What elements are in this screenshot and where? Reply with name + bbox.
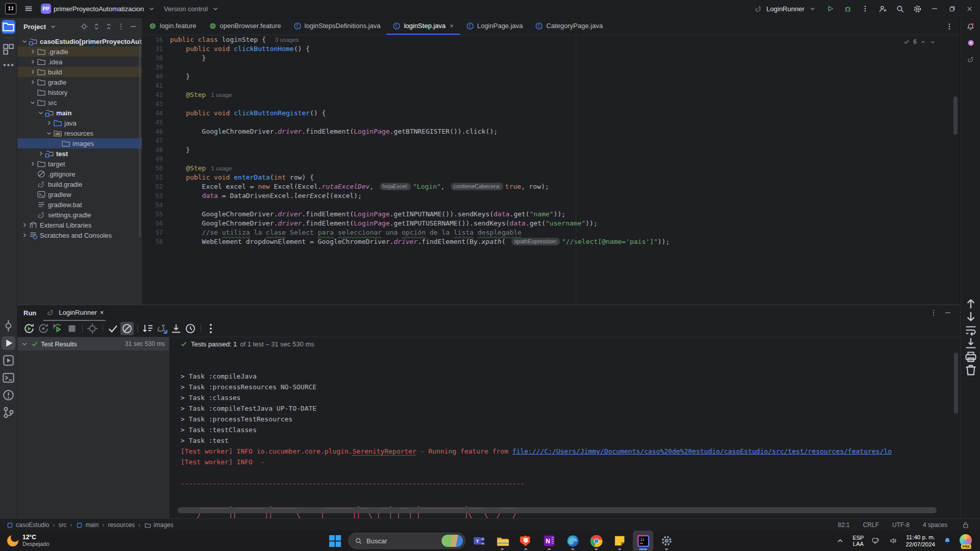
tree-item-gradlew[interactable]: gradlew [17,189,142,199]
version-control-tool-icon[interactable] [2,406,15,419]
chevron-right-icon[interactable] [29,47,37,56]
code-line-45[interactable]: 45 [142,118,960,127]
tray-expand-icon[interactable] [835,536,845,546]
code-line-44[interactable]: 44 public void clickButtonRegister() { [142,109,960,118]
more-tool-icon[interactable] [2,58,15,72]
notification-bell-icon[interactable] [942,536,952,546]
tab-login.feature[interactable]: login.feature [142,18,203,35]
close-tab-icon[interactable]: × [450,22,454,30]
code-line-46[interactable]: 46 GoogleChromeDriver.driver.findElement… [142,127,960,136]
gradle-tool-icon[interactable] [963,52,978,67]
taskbar-app-sticky[interactable] [609,531,630,551]
taskbar-app-brave[interactable] [516,531,536,551]
taskbar-search[interactable]: Buscar [348,533,465,549]
chevron-down-icon[interactable] [20,37,29,45]
code-line-16[interactable]: 16public class loginStep { 3 usages [142,35,960,44]
search-everywhere-icon[interactable] [892,2,908,16]
locate-file-icon[interactable] [79,21,90,32]
tree-item-.idea[interactable]: .idea [17,57,142,67]
kebab-icon[interactable] [204,322,217,335]
status-item[interactable]: 82:1 [838,521,849,529]
tree-item-.gradle[interactable]: .gradle [17,46,142,57]
run-console[interactable]: Tests passed: 1 of 1 test – 31 sec 530 m… [169,337,960,518]
rerun-icon[interactable] [22,322,36,335]
breadcrumb-main[interactable]: main [76,521,99,529]
taskbar-app-teams[interactable]: T [469,531,489,551]
tab-LoginPage.java[interactable]: CLoginPage.java [460,18,529,35]
status-item[interactable]: CRLF [863,521,879,529]
start-button[interactable] [325,531,345,551]
chevron-down-icon[interactable] [45,129,53,137]
taskbar-app-onenote[interactable]: N [539,531,559,551]
chevron-down-icon[interactable] [37,109,45,117]
hide-panel-icon[interactable] [943,308,953,318]
tree-item-casoEstudio[interactable]: casoEstudio [primerProyectoAutomatiza [17,36,142,46]
run-tool-icon[interactable] [2,336,15,350]
run-configuration-selector[interactable]: LoginRunner [753,4,818,14]
tab-CategoryPage.java[interactable]: CCategoryPage.java [529,18,609,35]
breadcrumb-casoEstudio[interactable]: casoEstudio [6,521,49,529]
tree-item-resources[interactable]: resources [17,128,142,138]
more-options-icon[interactable] [928,308,939,318]
tree-item-target[interactable]: target [17,159,142,169]
ai-assistant-icon[interactable] [963,35,978,51]
taskbar-app-explorer[interactable] [492,531,512,551]
rerun-failed-icon[interactable] [37,322,50,335]
test-results-row[interactable]: Test Results 31 sec 530 ms [17,337,169,350]
tree-item-main[interactable]: main [17,108,142,118]
hide-panel-icon[interactable] [128,21,139,32]
services-tool-icon[interactable] [2,354,15,367]
code-line-57[interactable]: 57 //se utiliza la clase Select para sel… [142,228,960,237]
code-line-52[interactable]: 52 Excel excel = new Excel(Excel.rutaExc… [142,182,960,191]
breadcrumb-src[interactable]: src [58,521,66,529]
tree-item-External Libraries[interactable]: External Libraries [17,220,142,230]
chevron-right-icon[interactable] [20,221,29,229]
chevron-right-icon[interactable] [29,160,37,168]
code-line-39[interactable]: 39 [142,63,960,72]
console-output[interactable]: > Task :compileJava> Task :processResour… [169,350,960,518]
run-tab-loginrunner[interactable]: LoginRunner × [43,305,106,321]
taskbar-app-edge[interactable] [562,531,583,551]
tree-item-test[interactable]: test [17,148,142,159]
project-scrollbar[interactable] [139,38,141,237]
code-line-43[interactable]: 43 [142,99,960,109]
project-panel-title[interactable]: Project [23,23,46,31]
code-line-40[interactable]: 40 } [142,72,960,81]
settings-gear-icon[interactable] [910,2,925,16]
autotest-icon[interactable] [51,322,64,335]
code-line-55[interactable]: 55 GoogleChromeDriver.driver.findElement… [142,210,960,219]
inspection-widget[interactable]: 6 [903,38,936,45]
more-actions-icon[interactable] [857,2,873,16]
code-line-31[interactable]: 31 public void clickButtonHome() { [142,44,960,54]
more-options-icon[interactable] [115,21,127,32]
debug-button[interactable] [840,2,855,16]
code-line-56[interactable]: 56 GoogleChromeDriver.driver.findElement… [142,219,960,228]
taskbar-app-settings[interactable] [656,531,677,551]
code-line-47[interactable]: 47 [142,136,960,145]
code-line-50[interactable]: 50 @Step1 usage [142,164,960,173]
network-icon[interactable] [871,536,881,546]
chevron-right-icon[interactable] [37,149,45,158]
tree-item-.gitignore[interactable]: .gitignore [17,169,142,179]
window-restore-icon[interactable] [944,2,960,16]
tree-item-settings.gradle[interactable]: settings.gradle [17,210,142,220]
code-line-42[interactable]: 42 @Step1 usage [142,90,960,99]
vcs-menu[interactable]: Version control [164,4,220,14]
tab-loginStepsDefinitions.java[interactable]: CloginStepsDefinitions.java [287,18,387,35]
tree-item-gradle[interactable]: gradle [17,77,142,87]
project-widget[interactable]: PP primerProyectoAutomatizacion [41,4,157,14]
collapse-all-icon[interactable] [103,21,114,32]
project-tool-icon[interactable] [2,20,15,34]
breadcrumb-images[interactable]: images [144,521,174,529]
chevron-down-icon[interactable] [29,98,37,107]
ignored-icon[interactable] [120,322,134,335]
clock-widget[interactable]: 11:40 p. m. 22/07/2024 [905,534,935,548]
tree-item-src[interactable]: src [17,97,142,108]
code-line-51[interactable]: 51 public void enterData(int row) { [142,173,960,182]
terminal-tool-icon[interactable] [2,371,15,385]
window-close-icon[interactable] [962,2,977,16]
run-button[interactable] [823,2,838,16]
close-tab-icon[interactable]: × [100,309,104,316]
passed-icon[interactable] [106,322,119,335]
print-icon[interactable] [963,350,978,363]
